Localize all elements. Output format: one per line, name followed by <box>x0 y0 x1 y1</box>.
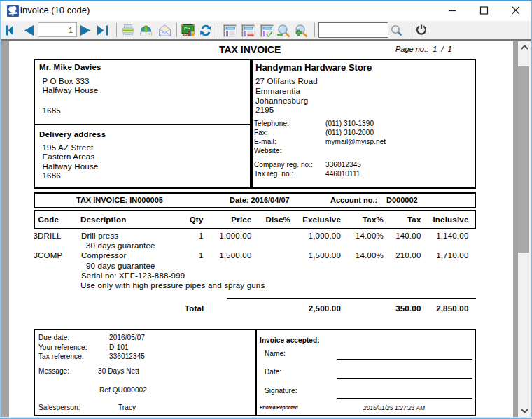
svg-text:s: s <box>11 12 14 17</box>
